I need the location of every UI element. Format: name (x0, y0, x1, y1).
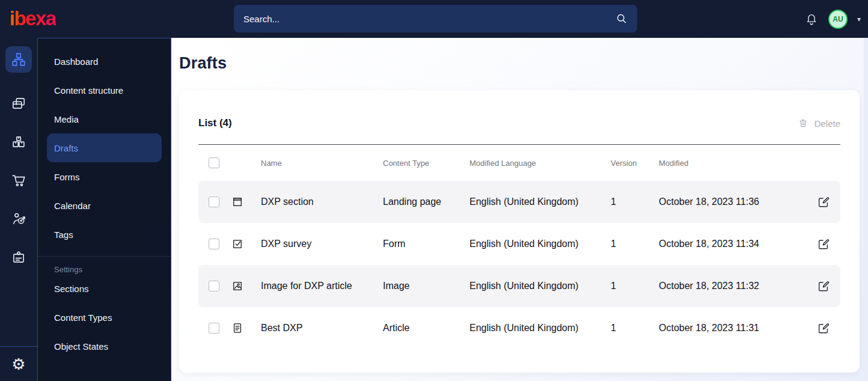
image-icon (231, 280, 261, 292)
sidebar-item-drafts[interactable]: Drafts (47, 133, 162, 162)
cell-language: English (United Kingdom) (469, 239, 611, 249)
edit-button[interactable] (807, 279, 840, 293)
delete-button-label: Delete (815, 118, 840, 129)
sidebar-item-label: Sections (54, 284, 89, 294)
landing-page-icon (231, 196, 261, 208)
cell-version: 1 (611, 281, 659, 291)
sidebar-item-label: Content Types (54, 312, 112, 323)
cell-language: English (United Kingdom) (469, 323, 611, 334)
rail-item-content[interactable] (5, 46, 32, 73)
edit-button[interactable] (807, 195, 840, 209)
cell-content-type: Image (383, 281, 469, 291)
ibexa-logo[interactable]: ibexa (10, 7, 56, 30)
edit-button[interactable] (807, 322, 840, 335)
cell-name: Image for DXP article (261, 281, 383, 291)
rail-bottom-section: ⚙ (0, 346, 37, 381)
pages-icon (11, 96, 26, 111)
settings-section-label: Settings (38, 257, 171, 274)
article-icon (231, 322, 261, 334)
sidebar-item-media[interactable]: Media (38, 105, 171, 133)
sidebar-item-label: Dashboard (54, 56, 98, 67)
cell-version: 1 (611, 239, 659, 249)
sidebar-item-label: Tags (54, 230, 73, 240)
cell-modified: October 18, 2023 11:32 (659, 281, 807, 291)
search-icon[interactable] (616, 13, 628, 25)
cell-content-type: Form (383, 239, 469, 249)
personalization-icon (11, 211, 26, 227)
sidebar-item-label: Content structure (54, 85, 123, 96)
cell-name: DXP survey (261, 239, 383, 249)
top-bar: ibexa AU ▾ (0, 0, 868, 38)
row-checkbox[interactable] (209, 323, 219, 334)
search-input[interactable] (243, 14, 616, 24)
table-header: Name Content Type Modified Language Vers… (198, 144, 840, 181)
settings-gear-icon[interactable]: ⚙ (11, 356, 25, 372)
cell-modified: October 18, 2023 11:36 (659, 197, 807, 207)
column-header-name: Name (261, 159, 383, 168)
rail-item-corporate[interactable] (5, 249, 32, 265)
table-row: Best DXP Article English (United Kingdom… (198, 307, 840, 349)
row-checkbox[interactable] (209, 197, 219, 207)
cell-name: Best DXP (261, 323, 383, 334)
cell-modified: October 18, 2023 11:31 (659, 323, 807, 334)
cell-language: English (United Kingdom) (469, 281, 611, 291)
sidebar-item-label: Media (54, 114, 79, 124)
cell-modified: October 18, 2023 11:34 (659, 239, 807, 249)
column-header-modified-language: Modified Language (469, 159, 611, 168)
sidebar-item-sections[interactable]: Sections (38, 274, 171, 303)
caret-down-icon[interactable]: ▾ (857, 15, 861, 23)
list-title: List (4) (198, 117, 232, 129)
icon-rail: ⚙ (0, 38, 38, 381)
rail-item-pages[interactable] (5, 96, 32, 111)
delete-button[interactable]: Delete (798, 118, 840, 129)
cell-version: 1 (611, 323, 659, 334)
sidebar-item-label: Object States (54, 341, 108, 352)
member-badge-icon (11, 249, 26, 265)
edit-button[interactable] (807, 237, 840, 251)
avatar[interactable]: AU (828, 10, 848, 29)
sidebar-item-calendar[interactable]: Calendar (38, 191, 171, 220)
sidebar-item-content-types[interactable]: Content Types (38, 303, 171, 332)
content-tree-icon (11, 52, 26, 67)
column-header-version: Version (611, 159, 659, 168)
rail-item-products[interactable] (5, 134, 32, 150)
sidebar-item-forms[interactable]: Forms (38, 162, 171, 191)
drafts-card: List (4) Delete Name Content Type Modifi… (179, 90, 860, 373)
rail-item-commerce[interactable] (5, 172, 32, 188)
column-header-content-type: Content Type (383, 159, 469, 168)
trash-icon (798, 118, 808, 129)
sidebar-item-label: Drafts (54, 143, 78, 153)
column-header-modified: Modified (659, 159, 807, 168)
table-row: Image for DXP article Image English (Uni… (198, 265, 840, 307)
row-checkbox[interactable] (209, 239, 219, 249)
vertical-scrollbar[interactable] (864, 38, 868, 381)
form-icon (231, 238, 261, 250)
cell-content-type: Landing page (383, 197, 469, 207)
bell-icon[interactable] (804, 12, 819, 26)
table-row: DXP survey Form English (United Kingdom)… (198, 223, 840, 265)
sidebar-item-dashboard[interactable]: Dashboard (38, 47, 171, 76)
sidebar-item-label: Calendar (54, 201, 91, 211)
cart-icon (11, 172, 26, 188)
table-row: DXP section Landing page English (United… (198, 181, 840, 223)
rail-item-personalization[interactable] (5, 211, 32, 227)
cell-version: 1 (611, 197, 659, 207)
sidebar-item-object-states[interactable]: Object States (38, 332, 171, 361)
page-title: Drafts (179, 52, 855, 74)
sidebar-menu: Dashboard Content structure Media Drafts… (38, 38, 171, 381)
cell-language: English (United Kingdom) (469, 197, 611, 207)
sidebar-item-content-structure[interactable]: Content structure (38, 76, 171, 105)
global-search[interactable] (234, 5, 637, 32)
select-all-checkbox[interactable] (209, 157, 219, 168)
main-content: Drafts List (4) Delete Name Content Type… (171, 38, 868, 381)
row-checkbox[interactable] (209, 281, 219, 291)
sidebar-item-label: Forms (54, 172, 80, 182)
sidebar-item-tags[interactable]: Tags (38, 220, 171, 249)
products-icon (11, 134, 26, 150)
cell-name: DXP section (261, 197, 383, 207)
cell-content-type: Article (383, 323, 469, 334)
